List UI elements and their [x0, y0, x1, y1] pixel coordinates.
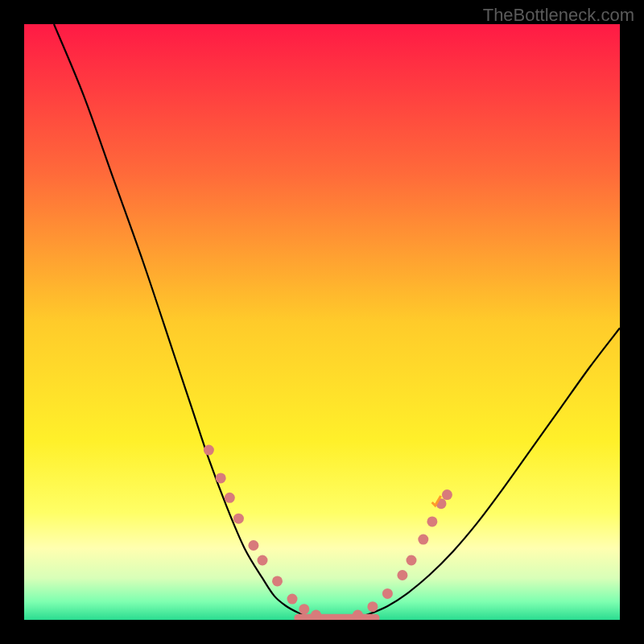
watermark-text: TheBottleneck.com — [483, 5, 634, 26]
scatter-point — [367, 601, 378, 612]
chart-container: TheBottleneck.com — [0, 0, 644, 644]
scatter-point — [258, 555, 268, 566]
bottleneck-chart — [0, 0, 644, 644]
scatter-point — [233, 514, 244, 524]
scatter-point — [248, 540, 258, 551]
scatter-point — [442, 489, 452, 500]
scatter-point — [397, 570, 407, 580]
scatter-point — [311, 610, 321, 621]
scatter-point — [382, 588, 393, 599]
scatter-point — [407, 555, 417, 566]
scatter-point — [427, 516, 437, 526]
scatter-point — [353, 610, 363, 621]
scatter-point — [272, 576, 283, 586]
scatter-point — [216, 473, 226, 483]
scatter-point — [287, 594, 298, 605]
scatter-point — [204, 445, 214, 456]
scatter-point — [299, 604, 309, 614]
scatter-point — [418, 535, 428, 545]
scatter-point — [225, 493, 235, 503]
plot-background — [24, 24, 620, 620]
